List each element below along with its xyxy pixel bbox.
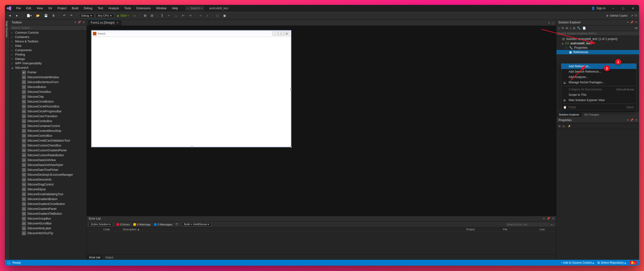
solution-tree[interactable]: ⊡Solution 'androiddll_test' (1 of 1 proj…: [556, 36, 639, 55]
layout-btn-1[interactable]: ⊞: [142, 13, 148, 18]
collapse-icon[interactable]: ⊟: [573, 26, 575, 30]
toolbox-item[interactable]: ▭SiticoneAnimateWindow: [10, 75, 86, 80]
menu-file[interactable]: File: [14, 5, 23, 11]
build-intellisense-combo[interactable]: Build + IntelliSense ▾: [182, 222, 211, 226]
context-menu-item[interactable]: Add Reference...: [561, 64, 636, 69]
form1-window[interactable]: Form1 ─ ▢ ⊠: [91, 30, 291, 147]
home-icon[interactable]: ⌂: [558, 27, 560, 30]
config-combo[interactable]: Debug▾: [79, 13, 94, 18]
toolbox-group-siticone[interactable]: ◢SiticoneUI: [10, 65, 86, 70]
context-menu-item[interactable]: Scope to This: [561, 92, 636, 97]
toolbox-group[interactable]: ▷Dialogs: [10, 57, 86, 61]
toolbox-item[interactable]: ▭SiticoneDesktopUILicenseManager: [10, 172, 86, 177]
order-btn-2[interactable]: ▣: [222, 13, 227, 18]
start-no-debug-button[interactable]: ▷: [132, 13, 137, 18]
undo-button[interactable]: ↶: [62, 13, 67, 18]
align-btn-5[interactable]: ⊣: [187, 13, 193, 18]
form-designer[interactable]: Form1 ─ ▢ ⊠: [87, 26, 556, 216]
signin-button[interactable]: 👤 Sign in: [591, 6, 606, 10]
toolbox-item[interactable]: ▭SiticoneCircleButton: [10, 99, 86, 104]
tab-solution-explorer[interactable]: Solution Explorer: [556, 112, 582, 117]
form-max-button[interactable]: ▢: [278, 32, 284, 35]
prop-pin-icon[interactable]: 📌: [630, 118, 634, 122]
toolbox-item[interactable]: ▭SiticoneComboBox: [10, 119, 86, 124]
context-menu-item[interactable]: Add Service Reference...: [561, 69, 636, 74]
select-repository-button[interactable]: ⊞ Select Repository ▴: [598, 261, 626, 265]
toolbox-group[interactable]: ▷Printing: [10, 52, 86, 57]
maximize-button[interactable]: ▢: [618, 5, 628, 12]
categorized-icon[interactable]: ⊞: [558, 125, 560, 128]
filter-sol-icon[interactable]: ≡▾: [635, 26, 638, 30]
references-node[interactable]: ▣References: [556, 50, 639, 54]
sync-icon[interactable]: ⟲: [562, 26, 564, 30]
forward-button[interactable]: ►: [14, 13, 20, 18]
toolbox-item[interactable]: ▭SiticoneGradientTileButton: [10, 211, 86, 216]
tab-close-icon[interactable]: ✕: [116, 21, 118, 24]
admin-icon[interactable]: 🛡: [634, 14, 637, 17]
redo-button[interactable]: ↷: [68, 13, 74, 18]
save-button[interactable]: 💾: [43, 13, 49, 18]
data-sources-tab[interactable]: Data Sources: [5, 19, 10, 260]
dropdown-icon[interactable]: ▾: [75, 21, 76, 24]
editor-tab-form1[interactable]: Form1.cs [Design] ✕: [88, 19, 122, 25]
menu-analyze[interactable]: Analyze: [106, 5, 122, 11]
form-close-button[interactable]: ⊠: [284, 32, 290, 35]
resize-handle-bottom[interactable]: [191, 146, 193, 148]
context-menu-item[interactable]: Add Analyzer...: [561, 74, 636, 80]
menu-view[interactable]: View: [34, 5, 45, 11]
order-btn-1[interactable]: ⬚: [215, 13, 220, 18]
window-layout-icon[interactable]: ▾: [548, 21, 550, 25]
align-btn-4[interactable]: ⊢: [180, 13, 186, 18]
toolbox-item[interactable]: ▭SiticoneDataGridViewStyler: [10, 163, 86, 167]
sol-pin-icon[interactable]: 📌: [630, 21, 634, 24]
toolbox-group[interactable]: ▷Common Controls: [10, 30, 86, 35]
back-button[interactable]: ◄: [7, 13, 13, 18]
toolbox-item[interactable]: ▭SiticoneCreditCardValidationTool: [10, 138, 86, 143]
toolbox-item[interactable]: ▭SiticoneGradientPanel: [10, 206, 86, 211]
menu-help[interactable]: Help: [170, 5, 180, 11]
notifications-icon[interactable]: 🔔₁: [629, 261, 637, 265]
toolbox-tree[interactable]: ▷Common Controls ▷Containers ▷Menus & To…: [10, 30, 86, 260]
toolbox-group[interactable]: ▷Components: [10, 48, 86, 52]
toolbox-group[interactable]: ▷WPF Interoperability: [10, 61, 86, 65]
errors-count[interactable]: 0 Errors: [116, 223, 130, 226]
search-icon[interactable]: ⌕▾: [551, 223, 554, 226]
toolbox-item[interactable]: ▭SiticoneColorTransition: [10, 114, 86, 119]
events-icon[interactable]: ⚡: [568, 125, 571, 128]
toolbox-item[interactable]: ▭SiticoneCustomCheckBox: [10, 143, 86, 148]
filter-button[interactable]: ⛉: [176, 223, 178, 226]
tab-git-changes[interactable]: Git Changes: [582, 112, 602, 117]
menu-tools[interactable]: Tools: [122, 5, 134, 11]
layout-btn-2[interactable]: ⊟: [149, 13, 155, 18]
toolbox-item[interactable]: ▲Pointer: [10, 70, 86, 75]
solution-node[interactable]: ⊡Solution 'androiddll_test' (1 of 1 proj…: [556, 37, 639, 41]
add-source-control-button[interactable]: ↑ Add to Source Control ▴: [561, 261, 594, 265]
toolbox-item[interactable]: ▭SiticoneContainerControl: [10, 124, 86, 128]
toolbox-item[interactable]: ▭SiticoneCustomGradientPanel: [10, 148, 86, 153]
show-all-icon[interactable]: 👁: [566, 27, 568, 30]
spacing-btn-1[interactable]: ↔: [198, 13, 204, 18]
align-btn-3[interactable]: ⫠: [173, 13, 179, 18]
tab-output[interactable]: Output: [103, 255, 116, 260]
error-scope-combo[interactable]: Entire Solution ▾: [89, 222, 113, 226]
save-all-button[interactable]: 🗎: [51, 13, 56, 18]
toolbox-item[interactable]: ▭SiticoneGroupBox: [10, 216, 86, 221]
toolbox-item[interactable]: ▭SiticoneBorderlessForm: [10, 80, 86, 85]
toolbox-item[interactable]: ▭SiticoneDragControl: [10, 182, 86, 187]
new-project-button[interactable]: 📄▾: [25, 13, 33, 18]
menu-test[interactable]: Test: [96, 5, 106, 11]
prop-dropdown-icon[interactable]: ▾: [627, 118, 629, 122]
toolbox-item[interactable]: ▭SiticoneElipse: [10, 187, 86, 192]
menu-edit[interactable]: Edit: [24, 5, 34, 11]
toolbox-item[interactable]: ▭SiticoneGradientCircleButton: [10, 202, 86, 206]
menu-window[interactable]: Window: [154, 5, 169, 11]
messages-count[interactable]: 0 Messages: [154, 223, 172, 226]
minimize-button[interactable]: ─: [608, 5, 618, 12]
toolbox-item[interactable]: ▭SiticoneDeviceInfo: [10, 177, 86, 182]
tab-error-list[interactable]: Error List: [87, 255, 103, 260]
toolbox-item[interactable]: ▭SiticoneControlBox: [10, 133, 86, 138]
toolbox-item[interactable]: ▭SiticoneButton: [10, 85, 86, 89]
spacing-btn-2[interactable]: ↕: [205, 13, 210, 18]
toolbox-item[interactable]: ▭SiticoneHtmlToolTip: [10, 231, 86, 236]
start-button[interactable]: Start▾: [116, 13, 130, 18]
